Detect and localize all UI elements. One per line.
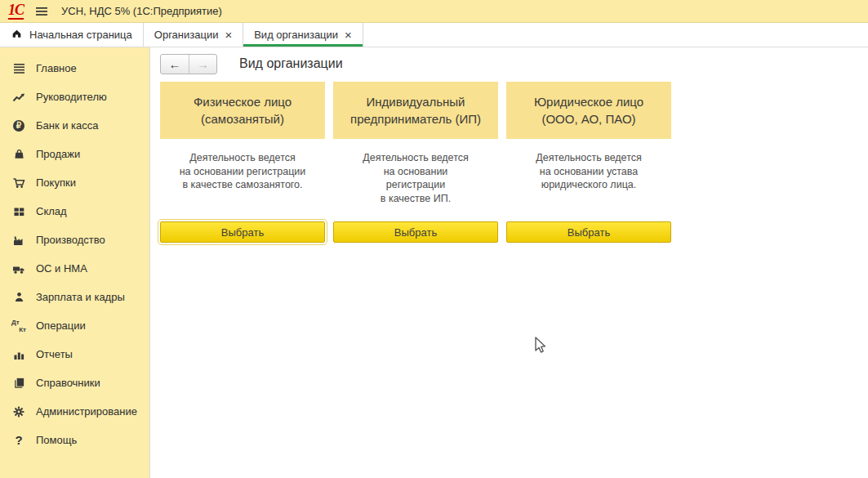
sidebar-item-label: Банк и касса — [36, 119, 99, 132]
sidebar: Главное Руководителю ₽ Банк и касса — [0, 47, 150, 478]
card-description: Деятельность ведется на основании регист… — [160, 151, 325, 221]
menu-lines-icon — [11, 62, 26, 75]
sidebar-item-administration[interactable]: Администрирование — [0, 397, 149, 426]
shopping-cart-icon — [11, 176, 26, 190]
sidebar-item-main[interactable]: Главное — [0, 54, 149, 83]
sidebar-item-label: Склад — [36, 205, 67, 217]
gear-icon — [11, 405, 26, 418]
forward-button[interactable]: → — [189, 55, 216, 74]
truck-icon — [11, 262, 26, 275]
sidebar-item-manager[interactable]: Руководителю — [0, 83, 149, 111]
tab-label: Начальная страница — [29, 29, 132, 41]
sidebar-item-bank-cash[interactable]: ₽ Банк и касса — [0, 111, 149, 140]
sidebar-item-help[interactable]: ? Помощь — [0, 426, 149, 454]
sidebar-item-label: ОС и НМА — [36, 262, 87, 275]
card-legal-entity: Юридическое лицо (ООО, АО, ПАО) Деятельн… — [506, 82, 671, 243]
sidebar-item-fixed-assets[interactable]: ОС и НМА — [0, 254, 149, 283]
window-titlebar: 1С УСН, НДС 5% (1С:Предприятие) — [0, 0, 868, 23]
1c-logo: 1С — [8, 2, 24, 20]
window-title: УСН, НДС 5% (1С:Предприятие) — [61, 5, 222, 17]
sidebar-item-label: Покупки — [36, 176, 76, 189]
shopping-bag-icon — [11, 148, 26, 161]
books-icon — [11, 377, 26, 390]
card-description: Деятельность ведется на основании регист… — [333, 151, 498, 221]
sidebar-item-operations[interactable]: Дт Кт Операции — [0, 311, 149, 340]
sidebar-item-label: Отчеты — [36, 348, 73, 360]
organization-kind-cards: Физическое лицо (самозанятый) Деятельнос… — [160, 82, 868, 243]
tab-label: Вид организации — [254, 29, 338, 41]
factory-icon — [11, 234, 26, 247]
card-title: Индивидуальный предприниматель (ИП) — [333, 82, 498, 139]
card-individual-selfemployed: Физическое лицо (самозанятый) Деятельнос… — [160, 82, 325, 243]
sidebar-item-label: Продажи — [36, 148, 80, 160]
select-button-legal-entity[interactable]: Выбрать — [506, 221, 671, 243]
person-icon — [11, 291, 26, 304]
bar-chart-icon — [11, 348, 26, 361]
sidebar-item-sales[interactable]: Продажи — [0, 140, 149, 168]
card-title: Юридическое лицо (ООО, АО, ПАО) — [506, 82, 671, 139]
trending-up-icon — [11, 91, 26, 104]
sidebar-item-label: Производство — [36, 234, 105, 246]
main-content: ← → Вид организации Физическое лицо (сам… — [150, 47, 868, 478]
warehouse-grid-icon — [11, 205, 26, 218]
sidebar-item-label: Зарплата и кадры — [36, 291, 125, 303]
card-sole-proprietor: Индивидуальный предприниматель (ИП) Деят… — [333, 82, 498, 243]
sidebar-item-label: Руководителю — [36, 91, 107, 103]
select-button-selfemployed[interactable]: Выбрать — [160, 221, 325, 243]
back-button[interactable]: ← — [161, 55, 189, 74]
sidebar-item-label: Помощь — [36, 434, 77, 446]
close-icon[interactable]: × — [225, 29, 232, 41]
sidebar-item-payroll-hr[interactable]: Зарплата и кадры — [0, 283, 149, 311]
main-menu-icon[interactable] — [35, 6, 48, 17]
question-icon: ? — [11, 434, 26, 447]
sidebar-item-reports[interactable]: Отчеты — [0, 340, 149, 369]
history-nav: ← → — [160, 54, 217, 74]
close-icon[interactable]: × — [345, 29, 352, 41]
tab-home[interactable]: Начальная страница — [0, 23, 144, 47]
sidebar-item-purchases[interactable]: Покупки — [0, 168, 149, 197]
home-icon — [11, 28, 23, 42]
sidebar-item-directories[interactable]: Справочники — [0, 369, 149, 397]
sidebar-item-label: Администрирование — [36, 405, 137, 418]
sidebar-item-label: Справочники — [36, 377, 100, 389]
card-description: Деятельность ведется на основании устава… — [506, 151, 671, 221]
page-title: Вид организации — [239, 56, 343, 71]
tab-organizations[interactable]: Организации × — [144, 23, 243, 47]
sidebar-item-label: Операции — [36, 319, 86, 332]
sidebar-item-label: Главное — [36, 62, 77, 74]
tab-label: Организации — [154, 29, 219, 41]
sidebar-item-warehouse[interactable]: Склад — [0, 197, 149, 226]
tab-organization-kind[interactable]: Вид организации × — [243, 23, 363, 47]
card-title: Физическое лицо (самозанятый) — [160, 82, 325, 139]
ruble-coin-icon: ₽ — [11, 119, 26, 132]
tab-bar: Начальная страница Организации × Вид орг… — [0, 23, 868, 47]
debit-credit-icon: Дт Кт — [11, 319, 26, 333]
sidebar-item-production[interactable]: Производство — [0, 226, 149, 254]
select-button-sole-proprietor[interactable]: Выбрать — [333, 221, 498, 243]
